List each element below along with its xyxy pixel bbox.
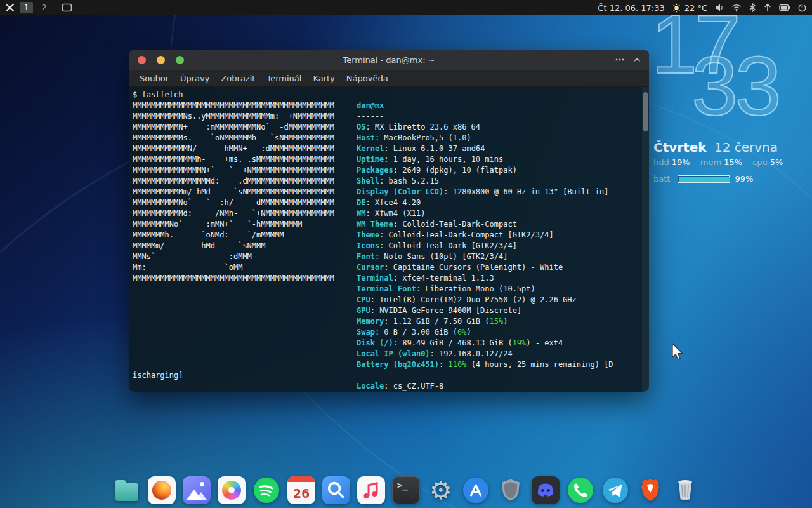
workspace-1-button[interactable]: 1 [20,2,33,13]
stat-mem-label: mem [700,157,721,167]
mx-menu-icon[interactable] [5,3,15,13]
clock-widget-stats: hdd19% mem15% cpu5% [653,157,790,167]
stat-hdd-label: hdd [653,157,669,167]
terminal-glyph: >_ [397,480,408,490]
battery-icon[interactable] [779,4,790,11]
power-icon[interactable] [797,3,807,13]
fastfetch-info-line: dan@mx [357,100,649,111]
fastfetch-info-line: DE: Xfce4 4.20 [357,197,649,208]
firefox-icon[interactable] [148,476,176,504]
menu-item-tabs[interactable]: Karty [307,74,340,83]
stat-cpu-label: cpu [752,157,768,167]
fastfetch-info-line: Battery (bq20z451): 110% (4 hours, 25 mi… [357,359,649,370]
fastfetch-info-line: Memory: 1.12 GiB / 7.50 GiB (15%) [357,316,649,327]
spotify-icon[interactable] [252,476,280,504]
fastfetch-info-line: Local IP (wlan0): 192.168.0.127/24 [357,349,649,359]
fastfetch-info-line: Theme: Colloid-Teal-Dark-Compact [GTK2/3… [357,230,649,241]
fastfetch-info-line: Swap: 0 B / 3.00 GiB (0%) [357,327,649,338]
fastfetch-info-line: Host: MacBookPro5,5 (1.0) [357,133,649,144]
settings-gear-icon[interactable]: ⚙ [427,476,455,504]
whatsapp-icon[interactable] [566,476,594,504]
window-title: Terminal - dan@mx: ~ [129,55,649,65]
weather-sun-icon [672,3,681,13]
fastfetch-info-line: Terminal: xfce4-terminal 1.1.3 [357,273,649,284]
fastfetch-info-line: Terminal Font: Liberation Mono (10.5pt) [357,284,649,295]
terminal-body[interactable]: $ fastfetch MMMMMMMMMMMMMMMMMMMMMMMMMMMM… [129,87,649,392]
fastfetch-info-line: Icons: Colloid-Teal-Dark [GTK2/3/4] [357,241,649,251]
weather-temperature: 22 °C [684,3,707,13]
fastfetch-ascii-logo: MMMMMMMMMMMMMMMMMMMMMMMMMMMMMMMMMMMMMMMM… [133,100,334,284]
fastfetch-info-line: WM Theme: Colloid-Teal-Dark-Compact [357,219,649,230]
menu-item-terminal[interactable]: Terminál [261,74,307,83]
firefox-globe-shape [152,481,171,500]
top-panel: 1 2 Čt 12. 06. 17:33 22 °C [0,0,812,15]
battery-bar-fill [679,177,729,182]
file-manager-icon[interactable] [113,476,141,504]
battery-label: batt [653,174,670,184]
prompt-line: $ fastfetch [133,90,183,100]
fastfetch-info-line: GPU: NVIDIA GeForce 9400M [Discrete] [357,305,649,316]
clock-widget-date: Čtvrtek 12 června [653,140,778,155]
panel-right-cluster: Čt 12. 06. 17:33 22 °C [598,3,807,13]
fastfetch-info: dan@mx------OS: MX Libretto 23.6 x86_64H… [357,100,649,392]
calendar-header-strip [287,476,315,482]
photos-pinwheel-shape [222,481,241,500]
terminal-titlebar[interactable]: Terminal - dan@mx: ~ [129,50,649,70]
battery-bar [678,175,730,183]
menu-item-file[interactable]: Soubor [134,74,174,83]
stat-hdd-value: 19% [672,157,690,167]
terminal-dock-icon[interactable]: >_ [392,476,420,504]
updates-icon[interactable] [763,3,772,13]
discord-icon[interactable] [532,476,560,504]
gallery-mountain-shape [195,492,207,500]
menu-dots-icon[interactable] [615,55,625,64]
security-shield-icon[interactable] [497,476,525,504]
bluetooth-icon[interactable] [749,3,756,13]
workspace-2-button[interactable]: 2 [37,2,51,13]
clock-widget-battery: batt 99% [653,174,761,184]
fastfetch-info-line: OS: MX Libretto 23.6 x86_64 [357,122,649,133]
photos-icon[interactable] [218,476,246,504]
terminal-scrollbar-thumb[interactable] [643,92,648,131]
panel-clock[interactable]: Čt 12. 06. 17:33 [598,3,664,13]
fastfetch-info-line: Disk (/): 89.49 GiB / 468.13 GiB (19%) -… [357,338,649,349]
close-button[interactable] [138,56,146,64]
app-store-icon[interactable] [462,476,490,504]
maximize-button[interactable] [176,56,184,64]
gallery-sun-shape [200,482,204,486]
window-list-terminal-button[interactable] [62,3,72,13]
stat-cpu-value: 5% [770,157,783,167]
search-icon[interactable] [322,476,350,504]
telegram-icon[interactable] [601,476,629,504]
fastfetch-info-line: Kernel: Linux 6.1.0-37-amd64 [357,144,649,154]
menu-item-view[interactable]: Zobrazit [215,74,261,83]
clock-widget: 17 33 Čtvrtek 12 června hdd19% mem15% cp… [651,13,809,197]
calendar-icon[interactable]: 26 [287,476,315,504]
terminal-window: Terminal - dan@mx: ~ Soubor Úpravy Zobra… [129,50,649,392]
roll-up-icon[interactable] [632,55,641,64]
trash-icon[interactable] [671,476,699,504]
menu-item-help[interactable]: Nápověda [341,74,394,83]
music-icon[interactable] [357,476,385,504]
clock-widget-weekday: Čtvrtek [653,140,707,155]
fastfetch-info-line: WM: Xfwm4 (X11) [357,208,649,219]
weather-applet[interactable]: 22 °C [672,3,707,13]
fastfetch-info-line: CPU: Intel(R) Core(TM)2 Duo P7550 (2) @ … [357,295,649,305]
menu-item-edit[interactable]: Úpravy [174,74,215,83]
network-wifi-icon[interactable] [731,3,742,13]
fastfetch-info-line: Display (Color LCD): 812x508 @ 60 Hz in… [357,187,649,197]
volume-icon[interactable] [714,3,724,13]
fastfetch-info-line: Shell: bash 5.2.15 [357,176,649,187]
fastfetch-info-line: Cursor: Capitaine Cursors (Palenight) - … [357,262,649,273]
clock-widget-date-text: 12 června [714,140,778,155]
gear-glyph: ⚙ [429,476,452,504]
image-viewer-icon[interactable] [183,476,211,504]
desktop-background[interactable]: 1 2 Čt 12. 06. 17:33 22 °C [0,0,812,508]
brave-icon[interactable] [636,476,664,504]
calendar-day-number: 26 [287,482,315,504]
fastfetch-info-line: Font: Noto Sans (10pt) [GTK2/3/4] [357,251,649,262]
stat-mem-value: 15% [724,157,742,167]
panel-left-cluster: 1 2 [5,2,72,13]
terminal-scrollbar[interactable] [642,87,649,392]
minimize-button[interactable] [157,56,165,64]
